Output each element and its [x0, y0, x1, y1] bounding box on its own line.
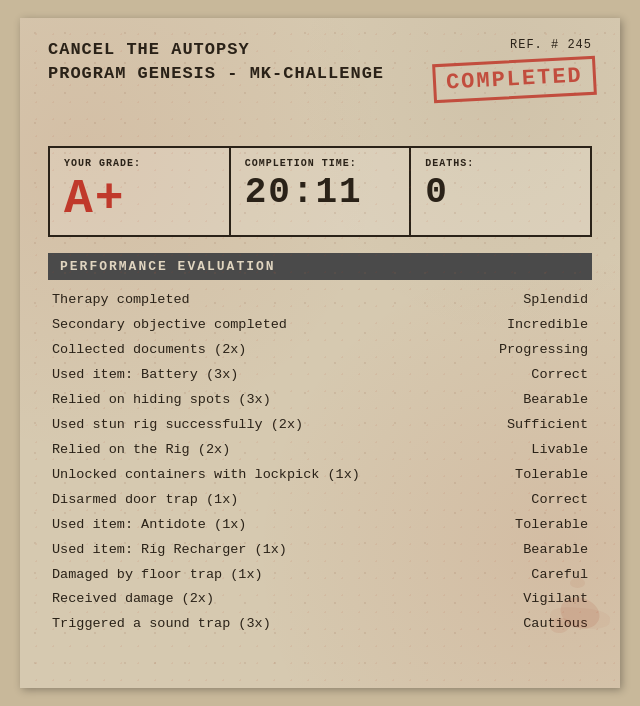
- table-row: Unlocked containers with lockpick (1x)To…: [48, 463, 592, 488]
- row-description: Secondary objective completed: [48, 313, 464, 338]
- ref-number: REF. # 245: [510, 38, 592, 52]
- row-description: Disarmed door trap (1x): [48, 488, 464, 513]
- deaths-label: DEATHS:: [425, 158, 576, 169]
- performance-table: Therapy completedSplendidSecondary objec…: [48, 288, 592, 637]
- table-row: Triggered a sound trap (3x)Cautious: [48, 612, 592, 637]
- time-value: 20:11: [245, 173, 396, 213]
- table-row: Used item: Battery (3x)Correct: [48, 363, 592, 388]
- row-description: Relied on the Rig (2x): [48, 438, 464, 463]
- row-rating: Cautious: [464, 612, 592, 637]
- table-row: Used item: Rig Recharger (1x)Bearable: [48, 538, 592, 563]
- row-description: Used item: Rig Recharger (1x): [48, 538, 464, 563]
- row-description: Therapy completed: [48, 288, 464, 313]
- row-description: Relied on hiding spots (3x): [48, 388, 464, 413]
- grade-cell: YOUR GRADE: A+: [50, 148, 231, 236]
- grade-label: YOUR GRADE:: [64, 158, 215, 169]
- row-rating: Tolerable: [464, 463, 592, 488]
- row-description: Collected documents (2x): [48, 338, 464, 363]
- row-rating: Tolerable: [464, 513, 592, 538]
- row-rating: Incredible: [464, 313, 592, 338]
- row-rating: Vigilant: [464, 587, 592, 612]
- table-row: Damaged by floor trap (1x)Careful: [48, 563, 592, 588]
- row-rating: Sufficient: [464, 413, 592, 438]
- stats-box: YOUR GRADE: A+ COMPLETION TIME: 20:11 DE…: [48, 146, 592, 238]
- time-cell: COMPLETION TIME: 20:11: [231, 148, 412, 236]
- table-row: Received damage (2x)Vigilant: [48, 587, 592, 612]
- time-label: COMPLETION TIME:: [245, 158, 396, 169]
- row-description: Damaged by floor trap (1x): [48, 563, 464, 588]
- row-rating: Correct: [464, 363, 592, 388]
- row-rating: Livable: [464, 438, 592, 463]
- table-row: Disarmed door trap (1x)Correct: [48, 488, 592, 513]
- table-row: Therapy completedSplendid: [48, 288, 592, 313]
- table-row: Relied on hiding spots (3x)Bearable: [48, 388, 592, 413]
- row-rating: Careful: [464, 563, 592, 588]
- row-rating: Bearable: [464, 538, 592, 563]
- row-description: Received damage (2x): [48, 587, 464, 612]
- row-description: Triggered a sound trap (3x): [48, 612, 464, 637]
- row-rating: Splendid: [464, 288, 592, 313]
- row-rating: Correct: [464, 488, 592, 513]
- row-rating: Progressing: [464, 338, 592, 363]
- grade-value: A+: [64, 173, 215, 226]
- row-rating: Bearable: [464, 388, 592, 413]
- row-description: Used item: Antidote (1x): [48, 513, 464, 538]
- table-row: Used stun rig successfully (2x)Sufficien…: [48, 413, 592, 438]
- table-row: Used item: Antidote (1x)Tolerable: [48, 513, 592, 538]
- table-row: Collected documents (2x)Progressing: [48, 338, 592, 363]
- completed-stamp: COMPLETED: [432, 56, 597, 103]
- row-description: Used stun rig successfully (2x): [48, 413, 464, 438]
- deaths-cell: DEATHS: 0: [411, 148, 590, 236]
- row-description: Used item: Battery (3x): [48, 363, 464, 388]
- section-header: PERFORMANCE EVALUATION: [48, 253, 592, 280]
- deaths-value: 0: [425, 173, 576, 213]
- table-row: Secondary objective completedIncredible: [48, 313, 592, 338]
- paper-card: CANCEL THE AUTOPSY PROGRAM GENESIS - MK-…: [20, 18, 620, 688]
- row-description: Unlocked containers with lockpick (1x): [48, 463, 464, 488]
- table-row: Relied on the Rig (2x)Livable: [48, 438, 592, 463]
